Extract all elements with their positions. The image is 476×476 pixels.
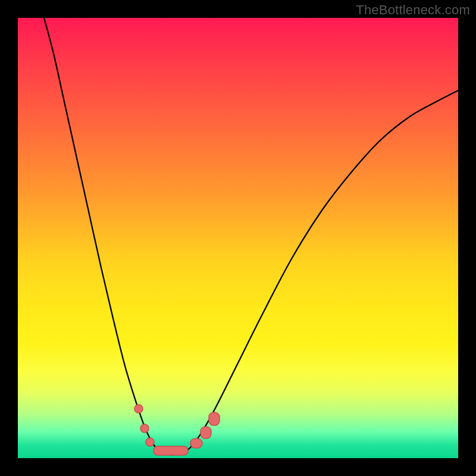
curve-marker: [140, 424, 149, 433]
curve-marker: [209, 412, 220, 425]
curve-marker: [201, 427, 211, 439]
bottleneck-curve: [44, 18, 458, 455]
chart-frame: TheBottleneck.com: [0, 0, 476, 476]
curve-marker: [146, 438, 154, 446]
curve-marker: [134, 405, 143, 413]
watermark-text: TheBottleneck.com: [356, 2, 470, 18]
curve-marker: [154, 446, 188, 455]
curve-layer: [18, 18, 458, 458]
plot-area: [18, 18, 458, 458]
curve-marker: [190, 439, 202, 448]
curve-markers: [134, 405, 220, 455]
